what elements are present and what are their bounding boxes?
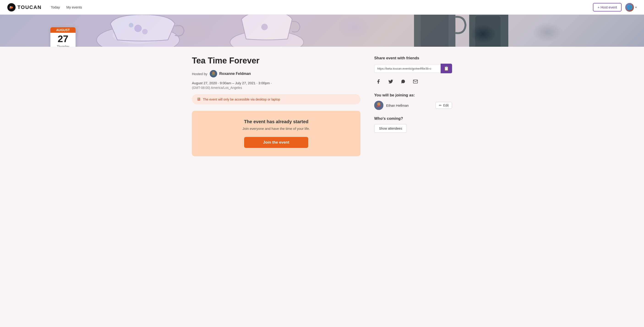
date-badge: August 27 Thursday bbox=[50, 27, 76, 47]
host-name: Roxanne Feldman bbox=[220, 72, 251, 76]
main-content: Tea Time Forever Hosted by Roxanne Feldm… bbox=[184, 47, 460, 165]
host-avatar bbox=[210, 70, 217, 78]
whatsapp-icon[interactable] bbox=[399, 78, 407, 86]
svg-rect-3 bbox=[0, 15, 644, 47]
svg-point-18 bbox=[377, 102, 380, 106]
joining-as-section: You will be joining as: Ethan Hellman ✏ … bbox=[374, 93, 452, 110]
share-url-row: https://beta.toucan.events/go/ee4f6e3b-c… bbox=[374, 64, 452, 73]
edit-button[interactable]: ✏ Edit bbox=[436, 102, 452, 109]
joining-avatar bbox=[374, 101, 384, 110]
nav-today[interactable]: Today bbox=[51, 5, 60, 9]
event-started-title: The event has already started bbox=[199, 119, 353, 124]
toucan-logo-icon bbox=[7, 3, 16, 12]
svg-point-6 bbox=[134, 25, 142, 32]
desktop-icon: 🖥 bbox=[196, 97, 200, 102]
facebook-icon[interactable] bbox=[374, 78, 382, 86]
desktop-notice-text: The event will only be accessible via de… bbox=[203, 98, 280, 101]
host-event-button[interactable]: + Host event bbox=[593, 3, 622, 12]
header-right: + Host event 🌐 ▾ bbox=[593, 3, 637, 12]
header: TOUCAN Today My events + Host event 🌐 ▾ bbox=[0, 0, 644, 15]
share-section: Share event with friends https://beta.to… bbox=[374, 56, 452, 86]
chevron-down-icon: ▾ bbox=[635, 6, 637, 9]
svg-point-2 bbox=[10, 6, 11, 7]
main-nav: Today My events bbox=[51, 5, 593, 9]
email-icon[interactable] bbox=[411, 78, 420, 86]
whos-coming-section: Who's coming? Show attendees bbox=[374, 116, 452, 133]
svg-point-8 bbox=[142, 29, 148, 34]
joining-name: Ethan Hellman bbox=[386, 104, 433, 108]
svg-rect-12 bbox=[421, 15, 449, 47]
copy-url-button[interactable]: 📋 bbox=[441, 64, 452, 73]
hero-image bbox=[0, 15, 644, 47]
whos-coming-title: Who's coming? bbox=[374, 116, 452, 121]
edit-label: Edit bbox=[443, 104, 449, 107]
copy-icon: 📋 bbox=[444, 66, 449, 71]
edit-icon: ✏ bbox=[439, 104, 442, 107]
logo-text: TOUCAN bbox=[18, 4, 42, 10]
event-title: Tea Time Forever bbox=[192, 56, 360, 66]
date-badge-day: 27 bbox=[50, 33, 76, 45]
avatar: 🌐 bbox=[625, 3, 634, 12]
hero-banner: August 27 Thursday bbox=[0, 15, 644, 47]
event-timezone: (GMT-08:00) America/Los_Angeles bbox=[192, 86, 360, 90]
joining-as-title: You will be joining as: bbox=[374, 93, 452, 98]
right-column: Share event with friends https://beta.to… bbox=[374, 56, 452, 156]
joining-avatar-icon bbox=[374, 101, 384, 110]
hosted-by-row: Hosted by Roxanne Feldman bbox=[192, 70, 360, 78]
left-column: Tea Time Forever Hosted by Roxanne Feldm… bbox=[192, 56, 360, 156]
social-icons-row bbox=[374, 78, 452, 86]
svg-rect-14 bbox=[475, 16, 500, 47]
host-avatar-icon bbox=[210, 70, 217, 78]
share-title: Share event with friends bbox=[374, 56, 452, 60]
desktop-notice: 🖥 The event will only be accessible via … bbox=[192, 94, 360, 104]
join-event-button[interactable]: Join the event bbox=[244, 137, 308, 148]
nav-my-events[interactable]: My events bbox=[66, 5, 82, 9]
event-datetime: August 27, 2020 · 9:00am – July 27, 2021… bbox=[192, 81, 360, 85]
show-attendees-button[interactable]: Show attendees bbox=[374, 124, 407, 133]
joining-as-row: Ethan Hellman ✏ Edit bbox=[374, 101, 452, 110]
share-url-display: https://beta.toucan.events/go/ee4f6e3b-c bbox=[374, 64, 441, 73]
user-avatar-area[interactable]: 🌐 ▾ bbox=[625, 3, 637, 12]
date-badge-month: August bbox=[50, 27, 76, 33]
event-started-subtitle: Join everyone and have the time of your … bbox=[199, 127, 353, 130]
svg-point-7 bbox=[129, 23, 133, 28]
hosted-by-label: Hosted by bbox=[192, 72, 208, 76]
svg-point-16 bbox=[212, 72, 215, 74]
date-badge-weekday: Thursday bbox=[50, 45, 76, 47]
svg-point-10 bbox=[261, 24, 268, 30]
event-started-card: The event has already started Join every… bbox=[192, 111, 360, 156]
logo-area: TOUCAN bbox=[7, 3, 42, 12]
twitter-icon[interactable] bbox=[386, 78, 395, 86]
